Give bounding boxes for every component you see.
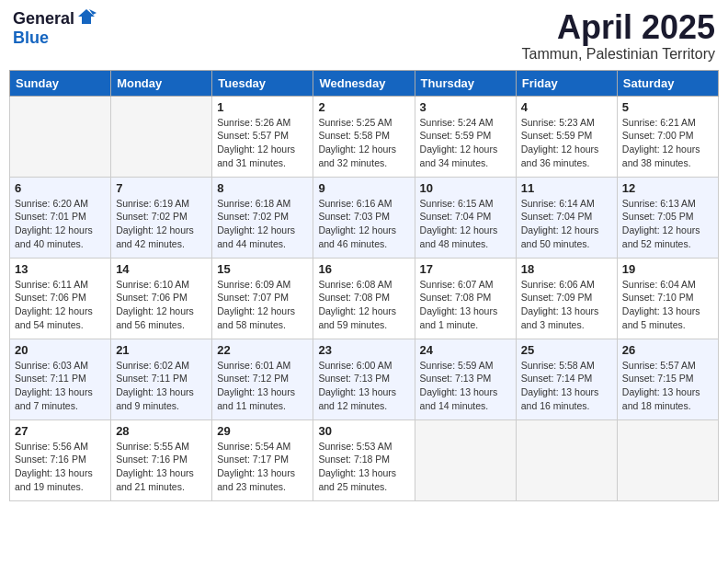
day-info: Sunrise: 5:57 AM Sunset: 7:15 PM Dayligh… [622,359,713,413]
logo-blue-text: Blue [13,29,49,47]
calendar-cell [415,419,516,500]
day-info: Sunrise: 6:03 AM Sunset: 7:11 PM Dayligh… [15,359,106,413]
day-info: Sunrise: 6:15 AM Sunset: 7:04 PM Dayligh… [420,197,511,251]
day-number: 18 [521,262,612,276]
calendar-cell: 28Sunrise: 5:55 AM Sunset: 7:16 PM Dayli… [111,419,212,500]
logo-bird-icon [76,7,97,28]
day-number: 2 [318,100,409,114]
month-year-title: April 2025 [522,9,715,46]
calendar-cell: 6Sunrise: 6:20 AM Sunset: 7:01 PM Daylig… [10,177,111,258]
page-header: General Blue April 2025 Tammun, Palestin… [9,9,719,63]
day-info: Sunrise: 6:04 AM Sunset: 7:10 PM Dayligh… [622,278,713,332]
day-number: 9 [318,181,409,195]
day-number: 29 [217,424,308,438]
day-number: 13 [15,262,106,276]
day-number: 26 [622,343,713,357]
calendar-week-row: 1Sunrise: 5:26 AM Sunset: 5:57 PM Daylig… [10,96,719,177]
calendar-cell [516,419,617,500]
calendar-cell: 17Sunrise: 6:07 AM Sunset: 7:08 PM Dayli… [415,258,516,339]
day-info: Sunrise: 6:08 AM Sunset: 7:08 PM Dayligh… [318,278,409,332]
day-number: 7 [116,181,207,195]
calendar-cell: 7Sunrise: 6:19 AM Sunset: 7:02 PM Daylig… [111,177,212,258]
logo: General Blue [13,9,97,48]
day-number: 23 [318,343,409,357]
calendar-cell: 1Sunrise: 5:26 AM Sunset: 5:57 PM Daylig… [212,96,313,177]
calendar-cell: 24Sunrise: 5:59 AM Sunset: 7:13 PM Dayli… [415,339,516,419]
day-info: Sunrise: 5:26 AM Sunset: 5:57 PM Dayligh… [217,116,308,170]
logo-general-text: General [13,9,74,29]
day-number: 27 [15,424,106,438]
day-number: 25 [521,343,612,357]
day-info: Sunrise: 6:06 AM Sunset: 7:09 PM Dayligh… [521,278,612,332]
day-number: 19 [622,262,713,276]
day-info: Sunrise: 6:13 AM Sunset: 7:05 PM Dayligh… [622,197,713,251]
location-title: Tammun, Palestinian Territory [522,46,715,63]
day-number: 5 [622,100,713,114]
calendar-cell: 18Sunrise: 6:06 AM Sunset: 7:09 PM Dayli… [516,258,617,339]
day-info: Sunrise: 6:07 AM Sunset: 7:08 PM Dayligh… [420,278,511,332]
calendar-cell: 26Sunrise: 5:57 AM Sunset: 7:15 PM Dayli… [617,339,718,419]
calendar-cell: 15Sunrise: 6:09 AM Sunset: 7:07 PM Dayli… [212,258,313,339]
day-info: Sunrise: 6:20 AM Sunset: 7:01 PM Dayligh… [15,197,106,251]
day-info: Sunrise: 6:11 AM Sunset: 7:06 PM Dayligh… [15,278,106,332]
calendar-cell: 30Sunrise: 5:53 AM Sunset: 7:18 PM Dayli… [313,419,415,500]
column-header-tuesday: Tuesday [212,70,313,96]
calendar-cell [10,96,111,177]
calendar-cell: 3Sunrise: 5:24 AM Sunset: 5:59 PM Daylig… [415,96,516,177]
calendar-cell: 14Sunrise: 6:10 AM Sunset: 7:06 PM Dayli… [111,258,212,339]
day-info: Sunrise: 5:56 AM Sunset: 7:16 PM Dayligh… [15,440,106,494]
day-number: 1 [217,100,308,114]
calendar-header-row: SundayMondayTuesdayWednesdayThursdayFrid… [10,70,719,96]
calendar-cell: 20Sunrise: 6:03 AM Sunset: 7:11 PM Dayli… [10,339,111,419]
calendar-cell: 12Sunrise: 6:13 AM Sunset: 7:05 PM Dayli… [617,177,718,258]
day-info: Sunrise: 5:59 AM Sunset: 7:13 PM Dayligh… [420,359,511,413]
day-number: 30 [318,424,409,438]
day-number: 6 [15,181,106,195]
day-info: Sunrise: 6:01 AM Sunset: 7:12 PM Dayligh… [217,359,308,413]
calendar-cell: 13Sunrise: 6:11 AM Sunset: 7:06 PM Dayli… [10,258,111,339]
calendar-week-row: 13Sunrise: 6:11 AM Sunset: 7:06 PM Dayli… [10,258,719,339]
day-number: 12 [622,181,713,195]
day-info: Sunrise: 6:21 AM Sunset: 7:00 PM Dayligh… [622,116,713,170]
column-header-friday: Friday [516,70,617,96]
calendar-cell: 22Sunrise: 6:01 AM Sunset: 7:12 PM Dayli… [212,339,313,419]
calendar-cell [617,419,718,500]
calendar-cell: 9Sunrise: 6:16 AM Sunset: 7:03 PM Daylig… [313,177,415,258]
column-header-thursday: Thursday [415,70,516,96]
calendar-cell: 16Sunrise: 6:08 AM Sunset: 7:08 PM Dayli… [313,258,415,339]
calendar-cell: 21Sunrise: 6:02 AM Sunset: 7:11 PM Dayli… [111,339,212,419]
calendar-week-row: 20Sunrise: 6:03 AM Sunset: 7:11 PM Dayli… [10,339,719,419]
day-number: 17 [420,262,511,276]
day-info: Sunrise: 6:10 AM Sunset: 7:06 PM Dayligh… [116,278,207,332]
day-info: Sunrise: 5:24 AM Sunset: 5:59 PM Dayligh… [420,116,511,170]
calendar-cell: 19Sunrise: 6:04 AM Sunset: 7:10 PM Dayli… [617,258,718,339]
day-number: 22 [217,343,308,357]
day-number: 15 [217,262,308,276]
day-number: 21 [116,343,207,357]
column-header-sunday: Sunday [10,70,111,96]
day-info: Sunrise: 5:53 AM Sunset: 7:18 PM Dayligh… [318,440,409,494]
calendar-week-row: 6Sunrise: 6:20 AM Sunset: 7:01 PM Daylig… [10,177,719,258]
day-info: Sunrise: 6:19 AM Sunset: 7:02 PM Dayligh… [116,197,207,251]
column-header-monday: Monday [111,70,212,96]
day-info: Sunrise: 6:09 AM Sunset: 7:07 PM Dayligh… [217,278,308,332]
calendar-cell: 4Sunrise: 5:23 AM Sunset: 5:59 PM Daylig… [516,96,617,177]
day-info: Sunrise: 5:54 AM Sunset: 7:17 PM Dayligh… [217,440,308,494]
day-number: 3 [420,100,511,114]
calendar-cell: 25Sunrise: 5:58 AM Sunset: 7:14 PM Dayli… [516,339,617,419]
calendar-cell: 2Sunrise: 5:25 AM Sunset: 5:58 PM Daylig… [313,96,415,177]
calendar-cell: 23Sunrise: 6:00 AM Sunset: 7:13 PM Dayli… [313,339,415,419]
day-info: Sunrise: 6:16 AM Sunset: 7:03 PM Dayligh… [318,197,409,251]
day-info: Sunrise: 6:02 AM Sunset: 7:11 PM Dayligh… [116,359,207,413]
day-number: 20 [15,343,106,357]
day-number: 16 [318,262,409,276]
day-info: Sunrise: 5:25 AM Sunset: 5:58 PM Dayligh… [318,116,409,170]
calendar-cell: 8Sunrise: 6:18 AM Sunset: 7:02 PM Daylig… [212,177,313,258]
day-number: 10 [420,181,511,195]
day-info: Sunrise: 5:55 AM Sunset: 7:16 PM Dayligh… [116,440,207,494]
column-header-saturday: Saturday [617,70,718,96]
calendar-cell [111,96,212,177]
day-info: Sunrise: 6:00 AM Sunset: 7:13 PM Dayligh… [318,359,409,413]
calendar-table: SundayMondayTuesdayWednesdayThursdayFrid… [9,70,719,501]
day-number: 4 [521,100,612,114]
